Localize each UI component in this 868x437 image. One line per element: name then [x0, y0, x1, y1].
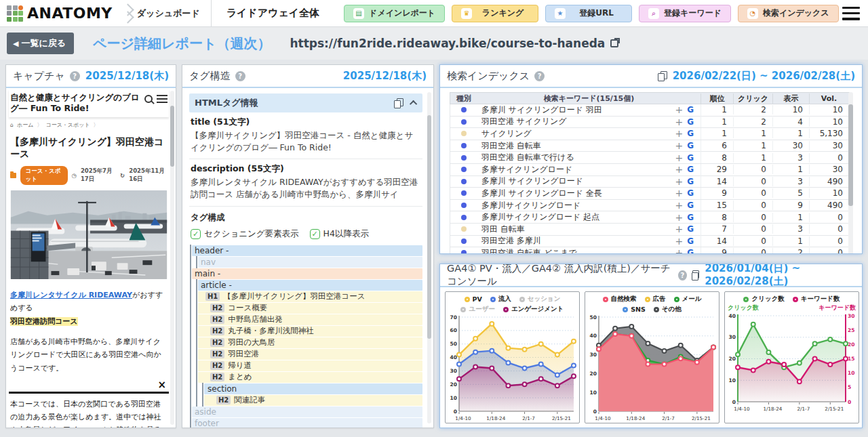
- click-value: 0: [734, 236, 773, 246]
- google-search-link[interactable]: G: [687, 248, 694, 254]
- back-to-list-button[interactable]: ◀ 一覧に戻る: [7, 33, 74, 54]
- svg-text:2/1-7: 2/1-7: [522, 415, 535, 421]
- html-tag-info-section-header[interactable]: HTMLタグ情報: [189, 93, 422, 112]
- svg-text:0: 0: [848, 399, 851, 405]
- legend-item[interactable]: 流入: [490, 295, 511, 304]
- chevron-up-icon[interactable]: [410, 100, 417, 108]
- topbar-button-search-index[interactable]: ◔検索インデックス: [738, 5, 839, 22]
- type-dot-icon: [461, 167, 467, 172]
- heading-level-badge: H2: [210, 315, 224, 324]
- type-dot-icon: [461, 190, 467, 196]
- ga-help-icon[interactable]: ?: [678, 270, 686, 280]
- legend-item[interactable]: エンゲージメント: [503, 305, 564, 314]
- search-index-help-icon[interactable]: ?: [534, 71, 545, 81]
- legend-ring-icon: [674, 297, 679, 302]
- ga-date-range[interactable]: 2026/01/04(日) ~ 2026/02/28(土): [692, 264, 855, 288]
- keyword-table-row: 羽田 自転車+G7030: [450, 224, 850, 236]
- html-tag-info-title: HTMLタグ情報: [195, 97, 258, 109]
- copy-icon[interactable]: [692, 270, 700, 280]
- report-url: https://fun2ride.rideaway.bike/course-to…: [290, 37, 618, 50]
- add-keyword-button[interactable]: +: [675, 201, 683, 210]
- col-keyword: 検索キーワード(15/15個): [477, 93, 701, 104]
- anatomy-logo[interactable]: ANATOMY: [7, 5, 113, 22]
- svg-text:50: 50: [450, 341, 457, 347]
- google-search-link[interactable]: G: [687, 236, 694, 246]
- published-date: 2025年7月17日: [81, 167, 116, 184]
- registered-keyword-icon: ⌕: [648, 8, 659, 19]
- add-keyword-button[interactable]: +: [675, 153, 683, 163]
- tag-date[interactable]: 2025/12/18(木): [343, 70, 427, 83]
- svg-text:0: 0: [732, 399, 736, 405]
- tag-name: aside: [195, 407, 216, 417]
- google-search-link[interactable]: G: [687, 188, 694, 198]
- topbar-button-registered-url[interactable]: ★登録URL: [545, 5, 632, 22]
- google-search-link[interactable]: G: [687, 105, 694, 115]
- add-keyword-button[interactable]: +: [675, 165, 683, 174]
- add-keyword-button[interactable]: +: [675, 248, 683, 254]
- capture-date[interactable]: 2025/12/18(木): [85, 70, 169, 83]
- type-dot-icon: [461, 179, 467, 184]
- topbar-button-domain-report[interactable]: ▤ドメインレポート: [344, 5, 445, 22]
- capture-panel: キャプチャ ? 2025/12/18(木) 自然と健康とサイクリングのブログ― …: [5, 64, 176, 428]
- captured-intro: 多摩川レンタサイクル RIDEAWAYがおすすめする 羽田空港訪問コース: [10, 289, 167, 329]
- legend-item[interactable]: 広告: [645, 295, 666, 304]
- legend-item[interactable]: クリック数: [743, 295, 784, 304]
- legend-item[interactable]: PV: [465, 295, 482, 304]
- svg-text:30: 30: [590, 352, 597, 358]
- google-search-link[interactable]: G: [687, 201, 694, 210]
- add-keyword-button[interactable]: +: [675, 236, 683, 246]
- google-search-link[interactable]: G: [687, 117, 694, 127]
- google-search-link[interactable]: G: [687, 213, 694, 222]
- svg-text:30: 30: [729, 334, 736, 340]
- impression-value: 2: [773, 248, 810, 254]
- external-link-icon[interactable]: [610, 39, 618, 47]
- legend-item[interactable]: キーワード数: [793, 295, 840, 304]
- table-scrollbar-thumb[interactable]: [848, 104, 853, 206]
- add-keyword-button[interactable]: +: [675, 129, 683, 138]
- rank-value: 9: [701, 248, 734, 254]
- h4-checkbox[interactable]: ✓ H4以降表示: [310, 228, 369, 240]
- add-keyword-button[interactable]: +: [675, 224, 683, 234]
- legend-item[interactable]: ユーザー: [460, 305, 494, 314]
- capture-scrollbar-thumb[interactable]: [170, 106, 174, 167]
- captured-page-snapshot: 自然と健康とサイクリングのブログ― Fun To Ride! ⌂ ホーム〉 コー…: [9, 89, 169, 428]
- keyword-table-row: 羽田空港 自転車+G613030: [450, 140, 850, 152]
- legend-item[interactable]: SNS: [623, 305, 646, 314]
- tag-scrollbar-thumb[interactable]: [427, 115, 431, 339]
- sectioning-checkbox[interactable]: ✓ セクショニング要素表示: [191, 228, 299, 240]
- tag-help-icon[interactable]: ?: [235, 71, 245, 81]
- google-search-link[interactable]: G: [687, 165, 694, 174]
- search-index-date-range[interactable]: 2026/02/22(日) ~ 2026/02/28(土): [658, 70, 855, 83]
- svg-text:2/15-21: 2/15-21: [552, 415, 571, 421]
- legend-item[interactable]: セッション: [519, 295, 561, 304]
- google-search-link[interactable]: G: [687, 224, 694, 234]
- google-search-link[interactable]: G: [687, 153, 694, 163]
- topbar-button-registered-keyword[interactable]: ⌕登録キーワード: [639, 5, 731, 22]
- google-search-link[interactable]: G: [687, 129, 694, 138]
- copy-icon[interactable]: [658, 71, 667, 81]
- home-icon: ⌂: [10, 122, 14, 128]
- copy-icon[interactable]: [394, 98, 403, 108]
- impression-value: 3: [773, 177, 810, 186]
- legend-item[interactable]: その他: [654, 305, 682, 314]
- breadcrumb-dashboard[interactable]: ダッシュボード: [137, 7, 200, 20]
- add-keyword-button[interactable]: +: [675, 188, 683, 198]
- click-value: 0: [734, 177, 773, 186]
- add-keyword-button[interactable]: +: [675, 117, 683, 127]
- hamburger-menu-icon[interactable]: [842, 7, 860, 20]
- add-keyword-button[interactable]: +: [675, 177, 683, 186]
- add-keyword-button[interactable]: +: [675, 141, 683, 150]
- legend-item[interactable]: 自然検索: [603, 295, 637, 304]
- rank-value: 14: [701, 177, 734, 186]
- add-keyword-button[interactable]: +: [675, 213, 683, 222]
- capture-help-icon[interactable]: ?: [70, 71, 80, 81]
- keyword-text: 多摩川サイクリングロード: [481, 200, 675, 211]
- heading-text: コース概要: [228, 303, 267, 313]
- keyword-table-row: 羽田空港 サイクリング+G12410: [450, 117, 850, 129]
- topbar-button-ranking[interactable]: ♛ランキング: [452, 5, 538, 22]
- keyword-text: 多摩川 サイクリングロード 羽田: [481, 104, 675, 116]
- google-search-link[interactable]: G: [687, 141, 694, 150]
- google-search-link[interactable]: G: [687, 177, 694, 186]
- legend-item[interactable]: メール: [674, 295, 702, 304]
- add-keyword-button[interactable]: +: [675, 105, 683, 115]
